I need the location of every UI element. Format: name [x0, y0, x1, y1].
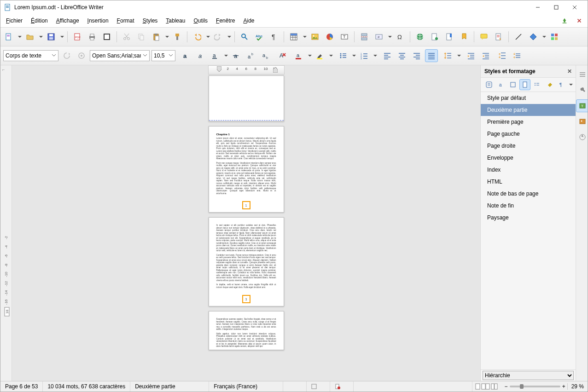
open-dropdown[interactable]: [38, 35, 43, 39]
menu-edition[interactable]: Édition: [27, 17, 52, 25]
menu-insertion[interactable]: Insertion: [84, 17, 112, 25]
menu-fichier[interactable]: Fichier: [2, 17, 26, 25]
menu-styles[interactable]: Styles: [139, 17, 162, 25]
insert-image-button[interactable]: [309, 30, 321, 43]
status-language[interactable]: Français (France): [209, 381, 283, 392]
clone-format-button[interactable]: [171, 30, 184, 43]
style-item[interactable]: Première page: [481, 116, 576, 128]
maximize-button[interactable]: [547, 1, 565, 14]
minimize-button[interactable]: [529, 1, 547, 14]
update-style-button[interactable]: [60, 49, 73, 62]
document-canvas[interactable]: 2 4 6 8 10 12 Chapitre 1 Lorem ipsum dol…: [12, 65, 480, 381]
font-color-button[interactable]: a: [292, 49, 305, 62]
status-insert-mode[interactable]: [283, 381, 307, 392]
new-style-from-sel-icon[interactable]: ¶: [556, 79, 567, 90]
style-item[interactable]: Style par défaut: [481, 92, 576, 104]
status-page-style[interactable]: Deuxième partie: [130, 381, 209, 392]
sidebar-gallery-icon[interactable]: [576, 115, 588, 128]
insert-chart-button[interactable]: [323, 30, 336, 43]
track-changes-button[interactable]: [492, 30, 505, 43]
page-break-button[interactable]: [358, 30, 371, 43]
redo-dropdown[interactable]: [227, 35, 231, 39]
horizontal-ruler[interactable]: 2 4 6 8 10 12: [208, 65, 285, 75]
find-replace-button[interactable]: [238, 30, 251, 43]
sidebar-settings-icon[interactable]: [576, 68, 588, 81]
increase-indent-button[interactable]: [465, 49, 477, 62]
highlight-dropdown[interactable]: [328, 54, 333, 58]
decrease-indent-button[interactable]: [479, 49, 492, 62]
undo-dropdown[interactable]: [205, 35, 210, 39]
basic-shapes-button[interactable]: [527, 30, 540, 43]
insert-field-button[interactable]: #: [373, 30, 385, 43]
line-spacing-button[interactable]: [442, 49, 454, 62]
line-spacing-dropdown[interactable]: [456, 54, 461, 58]
font-size-combo[interactable]: 10,5: [151, 50, 175, 61]
comment-button[interactable]: [477, 30, 490, 43]
view-layout-icons[interactable]: [472, 381, 501, 392]
highlight-button[interactable]: [314, 49, 326, 62]
style-item[interactable]: Paysage: [481, 212, 576, 224]
style-item[interactable]: Page gauche: [481, 128, 576, 140]
open-button[interactable]: [23, 30, 36, 43]
zoom-value[interactable]: 29 %: [567, 383, 584, 390]
vertical-ruler[interactable]: ⌐ -2 -4 -6 -8 -10 -12 -14 -16 18: [0, 65, 12, 381]
strike-button[interactable]: a: [230, 49, 243, 62]
style-item[interactable]: HTML: [481, 176, 576, 188]
close-document-icon[interactable]: [573, 14, 586, 27]
cross-ref-button[interactable]: [458, 30, 471, 43]
spellcheck-button[interactable]: Abc: [253, 30, 266, 43]
italic-button[interactable]: a: [194, 49, 207, 62]
sidebar-close-icon[interactable]: ✕: [567, 68, 572, 75]
page-styles-icon[interactable]: [519, 79, 530, 90]
number-list-button[interactable]: 123: [358, 49, 371, 62]
superscript-button[interactable]: ab: [245, 49, 257, 62]
list-styles-icon[interactable]: [531, 79, 542, 90]
menu-format[interactable]: Format: [113, 17, 138, 25]
menu-aide[interactable]: Aide: [239, 17, 258, 25]
number-dropdown[interactable]: [373, 54, 377, 58]
sidebar-navigator-icon[interactable]: [576, 131, 588, 144]
character-styles-icon[interactable]: a: [495, 79, 506, 90]
copy-button[interactable]: [135, 30, 148, 43]
paste-button[interactable]: [150, 30, 163, 43]
menu-affichage[interactable]: Affichage: [52, 17, 83, 25]
status-page[interactable]: Page 6 de 53: [0, 381, 43, 392]
update-available-icon[interactable]: [558, 14, 571, 27]
paragraph-styles-icon[interactable]: [483, 79, 495, 90]
print-button[interactable]: [86, 30, 99, 43]
sidebar-properties-icon[interactable]: [576, 84, 588, 97]
zoom-in-icon[interactable]: +: [562, 383, 565, 390]
font-color-dropdown[interactable]: [307, 54, 312, 58]
style-filter-combo[interactable]: Hiérarchie: [483, 371, 574, 380]
zoom-out-icon[interactable]: −: [505, 383, 508, 390]
export-pdf-button[interactable]: PDF: [71, 30, 84, 43]
hyperlink-button[interactable]: [413, 30, 426, 43]
style-item[interactable]: Deuxième partie: [481, 104, 576, 116]
style-item[interactable]: Page droite: [481, 140, 576, 152]
status-signature[interactable]: [330, 381, 354, 392]
formatting-marks-button[interactable]: ¶: [268, 30, 280, 43]
align-justify-button[interactable]: [425, 49, 438, 62]
redo-button[interactable]: [212, 30, 225, 43]
new-button[interactable]: [2, 30, 15, 43]
bold-button[interactable]: a: [179, 49, 192, 62]
menu-outils[interactable]: Outils: [190, 17, 211, 25]
table-button[interactable]: [287, 30, 300, 43]
save-dropdown[interactable]: [59, 35, 64, 39]
menu-fenetre[interactable]: Fenêtre: [212, 17, 239, 25]
field-dropdown[interactable]: [387, 35, 392, 39]
shapes-dropdown[interactable]: [541, 35, 546, 39]
style-list[interactable]: Style par défautDeuxième partiePremière …: [481, 92, 576, 369]
undo-button[interactable]: [191, 30, 204, 43]
clear-format-button[interactable]: A: [276, 49, 289, 62]
menu-tableau[interactable]: Tableau: [162, 17, 189, 25]
bullet-dropdown[interactable]: [351, 54, 356, 58]
fill-format-icon[interactable]: [544, 79, 555, 90]
align-right-button[interactable]: [410, 49, 423, 62]
zoom-control[interactable]: − + 29 %: [501, 383, 588, 390]
paste-dropdown[interactable]: [164, 35, 169, 39]
status-selection-mode[interactable]: [307, 381, 330, 392]
style-actions-dropdown[interactable]: [568, 83, 573, 86]
footnote-button[interactable]: [428, 30, 441, 43]
font-name-combo[interactable]: Open Sans;Arial;sans: [90, 50, 150, 61]
